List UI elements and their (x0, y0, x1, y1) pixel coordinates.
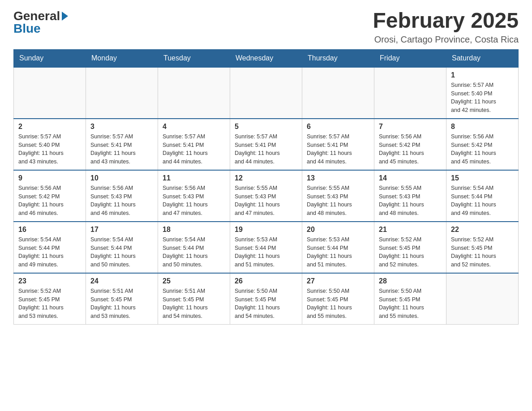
day-info: Sunrise: 5:56 AMSunset: 5:43 PMDaylight:… (90, 184, 153, 218)
calendar-day (302, 67, 374, 119)
calendar-week-row: 9Sunrise: 5:56 AMSunset: 5:42 PMDaylight… (14, 170, 519, 222)
day-number: 4 (163, 123, 225, 131)
day-info: Sunrise: 5:51 AMSunset: 5:45 PMDaylight:… (163, 287, 225, 321)
calendar-day: 19Sunrise: 5:53 AMSunset: 5:44 PMDayligh… (230, 222, 302, 273)
day-info: Sunrise: 5:50 AMSunset: 5:45 PMDaylight:… (379, 287, 442, 321)
day-info: Sunrise: 5:56 AMSunset: 5:42 PMDaylight:… (379, 133, 442, 166)
day-number: 3 (90, 123, 153, 131)
day-info: Sunrise: 5:57 AMSunset: 5:41 PMDaylight:… (90, 133, 153, 166)
calendar-day: 15Sunrise: 5:54 AMSunset: 5:44 PMDayligh… (446, 170, 519, 222)
calendar-week-row: 16Sunrise: 5:54 AMSunset: 5:44 PMDayligh… (14, 222, 519, 273)
calendar-header-sunday: Sunday (14, 49, 86, 67)
day-number: 12 (235, 174, 297, 182)
day-info: Sunrise: 5:52 AMSunset: 5:45 PMDaylight:… (379, 235, 442, 269)
calendar-day (374, 67, 446, 119)
calendar-header-wednesday: Wednesday (230, 49, 302, 67)
calendar-header-tuesday: Tuesday (158, 49, 230, 67)
calendar-day: 9Sunrise: 5:56 AMSunset: 5:42 PMDaylight… (14, 170, 86, 222)
calendar-header-saturday: Saturday (446, 49, 519, 67)
calendar-day (158, 67, 230, 119)
calendar-day: 8Sunrise: 5:56 AMSunset: 5:42 PMDaylight… (446, 119, 519, 170)
day-number: 7 (379, 123, 442, 131)
calendar-table: SundayMondayTuesdayWednesdayThursdayFrid… (13, 49, 519, 325)
day-info: Sunrise: 5:53 AMSunset: 5:44 PMDaylight:… (235, 235, 297, 269)
calendar-day: 24Sunrise: 5:51 AMSunset: 5:45 PMDayligh… (86, 273, 158, 325)
calendar-day: 13Sunrise: 5:55 AMSunset: 5:43 PMDayligh… (302, 170, 374, 222)
page-header: General Blue February 2025 Orosi, Cartag… (13, 9, 519, 45)
calendar-day (86, 67, 158, 119)
day-number: 27 (307, 277, 369, 285)
calendar-day: 10Sunrise: 5:56 AMSunset: 5:43 PMDayligh… (86, 170, 158, 222)
day-info: Sunrise: 5:55 AMSunset: 5:43 PMDaylight:… (235, 184, 297, 218)
calendar-header-thursday: Thursday (302, 49, 374, 67)
calendar-day: 6Sunrise: 5:57 AMSunset: 5:41 PMDaylight… (302, 119, 374, 170)
day-info: Sunrise: 5:56 AMSunset: 5:43 PMDaylight:… (163, 184, 225, 218)
day-info: Sunrise: 5:57 AMSunset: 5:40 PMDaylight:… (451, 81, 514, 115)
day-info: Sunrise: 5:53 AMSunset: 5:44 PMDaylight:… (307, 235, 369, 269)
day-number: 2 (18, 123, 81, 131)
calendar-day: 21Sunrise: 5:52 AMSunset: 5:45 PMDayligh… (374, 222, 446, 273)
day-number: 18 (163, 226, 225, 234)
day-number: 26 (235, 277, 297, 285)
logo: General Blue (13, 9, 68, 36)
title-section: February 2025 Orosi, Cartago Province, C… (373, 9, 519, 45)
calendar-day: 23Sunrise: 5:52 AMSunset: 5:45 PMDayligh… (14, 273, 86, 325)
day-info: Sunrise: 5:54 AMSunset: 5:44 PMDaylight:… (90, 235, 153, 269)
calendar-day: 25Sunrise: 5:51 AMSunset: 5:45 PMDayligh… (158, 273, 230, 325)
day-number: 10 (90, 174, 153, 182)
calendar-day: 14Sunrise: 5:55 AMSunset: 5:43 PMDayligh… (374, 170, 446, 222)
day-number: 28 (379, 277, 442, 285)
calendar-day: 3Sunrise: 5:57 AMSunset: 5:41 PMDaylight… (86, 119, 158, 170)
day-info: Sunrise: 5:55 AMSunset: 5:43 PMDaylight:… (307, 184, 369, 218)
day-info: Sunrise: 5:52 AMSunset: 5:45 PMDaylight:… (18, 287, 81, 321)
calendar-day: 17Sunrise: 5:54 AMSunset: 5:44 PMDayligh… (86, 222, 158, 273)
calendar-week-row: 2Sunrise: 5:57 AMSunset: 5:40 PMDaylight… (14, 119, 519, 170)
day-number: 8 (451, 123, 514, 131)
calendar-day: 28Sunrise: 5:50 AMSunset: 5:45 PMDayligh… (374, 273, 446, 325)
day-number: 22 (451, 226, 514, 234)
day-number: 5 (235, 123, 297, 131)
calendar-day: 16Sunrise: 5:54 AMSunset: 5:44 PMDayligh… (14, 222, 86, 273)
calendar-header-row: SundayMondayTuesdayWednesdayThursdayFrid… (14, 49, 519, 67)
calendar-day: 22Sunrise: 5:52 AMSunset: 5:45 PMDayligh… (446, 222, 519, 273)
calendar-day: 4Sunrise: 5:57 AMSunset: 5:41 PMDaylight… (158, 119, 230, 170)
logo-arrow-icon (62, 12, 68, 21)
calendar-day (14, 67, 86, 119)
day-info: Sunrise: 5:54 AMSunset: 5:44 PMDaylight:… (18, 235, 81, 269)
calendar-day: 5Sunrise: 5:57 AMSunset: 5:41 PMDaylight… (230, 119, 302, 170)
calendar-week-row: 23Sunrise: 5:52 AMSunset: 5:45 PMDayligh… (14, 273, 519, 325)
calendar-day: 27Sunrise: 5:50 AMSunset: 5:45 PMDayligh… (302, 273, 374, 325)
day-number: 24 (90, 277, 153, 285)
day-info: Sunrise: 5:57 AMSunset: 5:41 PMDaylight:… (235, 133, 297, 166)
day-info: Sunrise: 5:57 AMSunset: 5:41 PMDaylight:… (163, 133, 225, 166)
calendar-header-friday: Friday (374, 49, 446, 67)
day-info: Sunrise: 5:51 AMSunset: 5:45 PMDaylight:… (90, 287, 153, 321)
calendar-day: 2Sunrise: 5:57 AMSunset: 5:40 PMDaylight… (14, 119, 86, 170)
day-number: 16 (18, 226, 81, 234)
day-info: Sunrise: 5:55 AMSunset: 5:43 PMDaylight:… (379, 184, 442, 218)
location: Orosi, Cartago Province, Costa Rica (373, 34, 519, 45)
day-number: 25 (163, 277, 225, 285)
day-number: 19 (235, 226, 297, 234)
day-number: 6 (307, 123, 369, 131)
day-info: Sunrise: 5:50 AMSunset: 5:45 PMDaylight:… (307, 287, 369, 321)
day-number: 11 (163, 174, 225, 182)
day-number: 23 (18, 277, 81, 285)
day-info: Sunrise: 5:56 AMSunset: 5:42 PMDaylight:… (18, 184, 81, 218)
day-number: 20 (307, 226, 369, 234)
day-number: 1 (451, 71, 514, 79)
calendar-day: 1Sunrise: 5:57 AMSunset: 5:40 PMDaylight… (446, 67, 519, 119)
day-info: Sunrise: 5:54 AMSunset: 5:44 PMDaylight:… (163, 235, 225, 269)
calendar-day: 20Sunrise: 5:53 AMSunset: 5:44 PMDayligh… (302, 222, 374, 273)
calendar-day: 12Sunrise: 5:55 AMSunset: 5:43 PMDayligh… (230, 170, 302, 222)
calendar-day: 11Sunrise: 5:56 AMSunset: 5:43 PMDayligh… (158, 170, 230, 222)
day-info: Sunrise: 5:50 AMSunset: 5:45 PMDaylight:… (235, 287, 297, 321)
calendar-day (446, 273, 519, 325)
day-number: 14 (379, 174, 442, 182)
day-info: Sunrise: 5:52 AMSunset: 5:45 PMDaylight:… (451, 235, 514, 269)
day-number: 17 (90, 226, 153, 234)
calendar-day: 18Sunrise: 5:54 AMSunset: 5:44 PMDayligh… (158, 222, 230, 273)
logo-blue-text: Blue (13, 21, 41, 36)
calendar-week-row: 1Sunrise: 5:57 AMSunset: 5:40 PMDaylight… (14, 67, 519, 119)
calendar-day (230, 67, 302, 119)
